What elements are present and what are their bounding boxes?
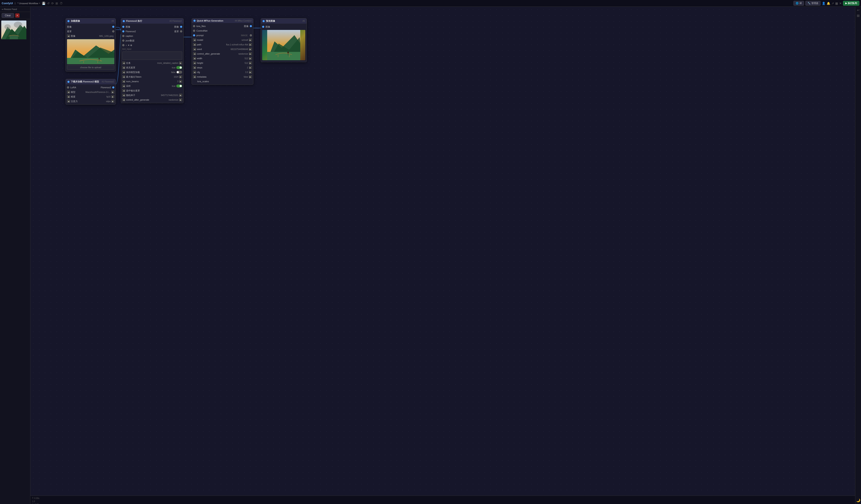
- mflux-cfg-next-btn[interactable]: ▶: [249, 71, 252, 74]
- grid-icon[interactable]: ⊞: [55, 2, 58, 5]
- sample-toggle[interactable]: [176, 85, 182, 87]
- node-florence2-header[interactable]: Florence2 执行 #2 Florence2: [121, 18, 183, 24]
- output-image-dot[interactable]: [250, 25, 252, 27]
- text-input-area[interactable]: [122, 52, 182, 60]
- app-logo: ComfyUI: [2, 2, 13, 5]
- image-filename-row: ◀ 图像 IMG_1281.jpeg: [66, 34, 115, 38]
- dl-prec-next-btn[interactable]: ▶: [111, 95, 114, 98]
- input-lora-dot[interactable]: [193, 25, 195, 27]
- mflux-seed-prev-btn[interactable]: ◀: [193, 48, 196, 51]
- input-lora-dot[interactable]: [67, 86, 69, 88]
- manager-icon: 🔧: [808, 2, 810, 4]
- close-button[interactable]: ×: [15, 13, 19, 17]
- dl-model-prev-btn[interactable]: ◀: [67, 90, 70, 94]
- port-mflux-prompt: prompt IMAGE: [192, 33, 253, 38]
- node-image-preview: [67, 39, 114, 64]
- seed-prev-btn[interactable]: ◀: [122, 94, 125, 97]
- output-mask-dot[interactable]: [112, 30, 114, 32]
- mflux-ca-prev-btn[interactable]: ◀: [193, 52, 196, 55]
- input-florence-dot[interactable]: [122, 30, 124, 32]
- dl-prec-prev-btn[interactable]: ◀: [67, 95, 70, 98]
- output-florence2-dot[interactable]: [112, 86, 114, 88]
- moon-icon[interactable]: 🌙: [856, 498, 860, 502]
- port-fl2-image: 图像 图像: [121, 25, 183, 29]
- fill-prev-btn[interactable]: ◀: [122, 66, 125, 69]
- param-mflux-lora-scales: lora_scales: [192, 79, 253, 84]
- bell-icon[interactable]: 🔔: [826, 2, 830, 5]
- input-controlnet-dot[interactable]: [193, 30, 195, 32]
- grid2-icon[interactable]: ▦: [835, 2, 838, 5]
- input-extra-dot[interactable]: [122, 44, 124, 46]
- save-icon[interactable]: 💾: [42, 2, 45, 5]
- seed-next-btn[interactable]: ▶: [179, 94, 182, 97]
- dl-attn-prev-btn[interactable]: ◀: [67, 100, 70, 103]
- beams-next-btn[interactable]: ▶: [179, 80, 182, 83]
- dl-attn-next-btn[interactable]: ▶: [111, 100, 114, 103]
- close-icon[interactable]: ✕: [839, 2, 842, 5]
- param-mflux-path: ◀ path flux.1-schnell-mflux-4bit ▶: [192, 42, 253, 47]
- input-image-dot[interactable]: [122, 26, 124, 28]
- mflux-steps-next-btn[interactable]: ▶: [249, 66, 252, 69]
- node-preview-header[interactable]: 预览图像 #5: [261, 18, 306, 24]
- tokens-next-btn[interactable]: ▶: [179, 75, 182, 78]
- workflow-name: * Unsaved Workflow ▾: [17, 2, 40, 4]
- dl-model-next-btn[interactable]: ▶: [111, 90, 114, 94]
- mflux-width-next-btn[interactable]: ▶: [249, 57, 252, 60]
- share-icon[interactable]: ⟠: [14, 2, 16, 5]
- translate-button[interactable]: 🌐 译: [793, 1, 804, 6]
- param-dl-attention: ◀ 注意力 sdpa ▶: [66, 99, 115, 103]
- mflux-meta-next-btn[interactable]: ▶: [249, 75, 252, 78]
- output-image-dot[interactable]: [180, 26, 182, 28]
- task-next-btn[interactable]: ▶: [179, 61, 182, 65]
- input-prompt-dot[interactable]: [193, 34, 195, 37]
- svg-point-3: [4, 24, 11, 29]
- person-icon[interactable]: 👤: [822, 2, 825, 5]
- mid-prev-btn[interactable]: ◀: [122, 89, 125, 92]
- input-json-dot[interactable]: [122, 40, 124, 42]
- control-prev-btn[interactable]: ◀: [122, 98, 125, 101]
- mflux-meta-prev-btn[interactable]: ◀: [193, 75, 196, 78]
- keep-model-toggle[interactable]: [176, 71, 182, 74]
- mflux-width-prev-btn[interactable]: ◀: [193, 57, 196, 60]
- undo-icon[interactable]: ↩: [857, 9, 860, 12]
- sample-prev-btn[interactable]: ◀: [122, 85, 125, 87]
- refresh-icon[interactable]: ↺: [47, 2, 50, 5]
- file-upload-area[interactable]: choose file to upload: [67, 65, 114, 70]
- run-button[interactable]: ▶ 执行队列: [843, 1, 859, 6]
- node-mflux-header[interactable]: Quick MFlux Generation #4 Mflux ComfyUI: [192, 18, 253, 23]
- mflux-height-prev-btn[interactable]: ◀: [193, 61, 196, 65]
- mflux-cfg-prev-btn[interactable]: ◀: [193, 71, 196, 74]
- output-image-dot[interactable]: [112, 26, 114, 28]
- svg-point-20: [287, 52, 289, 53]
- output-mask-dot[interactable]: [180, 30, 182, 32]
- input-caption-dot[interactable]: [122, 35, 124, 37]
- mflux-model-next-btn[interactable]: ▶: [249, 39, 252, 41]
- image-prev-btn[interactable]: ◀: [67, 34, 70, 38]
- keep-prev-btn[interactable]: ◀: [122, 71, 125, 74]
- input-image-dot[interactable]: [262, 26, 264, 28]
- mflux-height-next-btn[interactable]: ▶: [249, 61, 252, 65]
- fill-mask-toggle[interactable]: [176, 66, 182, 69]
- node-load-image-header[interactable]: 加载图像 #3: [66, 18, 115, 24]
- manager-button[interactable]: 🔧 管理器: [805, 1, 821, 6]
- arrow-icon[interactable]: ↗: [832, 2, 834, 5]
- dropdown-arrow-icon[interactable]: ▾: [39, 2, 40, 4]
- mflux-steps-prev-btn[interactable]: ◀: [193, 66, 196, 69]
- control-next-btn[interactable]: ▶: [179, 98, 182, 101]
- mflux-path-next-btn[interactable]: ▶: [249, 43, 252, 46]
- refresh2-icon[interactable]: ⟳: [51, 2, 54, 5]
- panel-icon[interactable]: ▤: [857, 14, 860, 17]
- node-download-header[interactable]: 下载并加载 Florence2 模型 #1 Florence2: [66, 79, 115, 84]
- clear-button[interactable]: Clear: [2, 13, 14, 18]
- tokens-prev-btn[interactable]: ◀: [122, 75, 125, 78]
- mflux-ca-next-btn[interactable]: ▶: [249, 52, 252, 55]
- beams-prev-btn[interactable]: ◀: [122, 80, 125, 83]
- mflux-seed-next-btn[interactable]: ▶: [249, 48, 252, 51]
- input-image-in-dot[interactable]: [250, 34, 252, 37]
- clock-icon[interactable]: ⏱: [60, 2, 63, 5]
- mflux-model-prev-btn[interactable]: ◀: [193, 39, 196, 41]
- node-dot: [123, 20, 125, 22]
- param-seed: ◀ 随机种子 945771744623101 ▶: [121, 93, 183, 98]
- task-prev-btn[interactable]: ◀: [122, 61, 125, 65]
- mflux-path-prev-btn[interactable]: ◀: [193, 43, 196, 46]
